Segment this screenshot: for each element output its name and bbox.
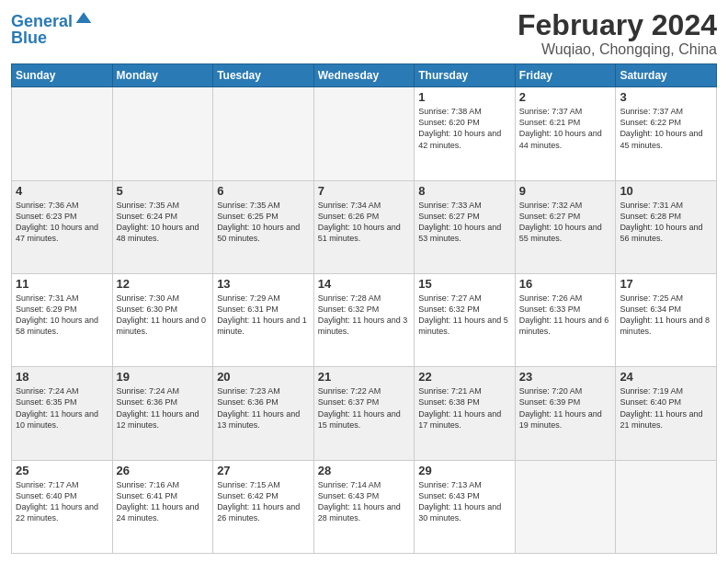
table-row: 15Sunrise: 7:27 AM Sunset: 6:32 PM Dayli… — [415, 273, 516, 366]
header-friday: Friday — [515, 64, 616, 87]
day-number: 19 — [117, 370, 210, 384]
day-number: 21 — [318, 370, 411, 384]
table-row: 7Sunrise: 7:34 AM Sunset: 6:26 PM Daylig… — [313, 180, 415, 273]
day-number: 7 — [318, 184, 411, 198]
day-number: 24 — [620, 370, 712, 384]
day-number: 9 — [519, 184, 612, 198]
day-number: 4 — [16, 184, 108, 198]
table-row: 13Sunrise: 7:29 AM Sunset: 6:31 PM Dayli… — [213, 273, 314, 366]
day-info: Sunrise: 7:25 AM Sunset: 6:34 PM Dayligh… — [620, 293, 712, 338]
day-number: 14 — [318, 277, 411, 291]
table-row: 19Sunrise: 7:24 AM Sunset: 6:36 PM Dayli… — [112, 367, 213, 460]
day-info: Sunrise: 7:23 AM Sunset: 6:36 PM Dayligh… — [217, 385, 310, 431]
table-row: 2Sunrise: 7:37 AM Sunset: 6:21 PM Daylig… — [515, 87, 616, 180]
table-row: 8Sunrise: 7:33 AM Sunset: 6:27 PM Daylig… — [415, 180, 516, 273]
table-row — [515, 460, 616, 553]
day-info: Sunrise: 7:28 AM Sunset: 6:32 PM Dayligh… — [318, 293, 411, 338]
day-number: 23 — [519, 370, 612, 384]
table-row: 17Sunrise: 7:25 AM Sunset: 6:34 PM Dayli… — [616, 273, 717, 366]
table-row: 9Sunrise: 7:32 AM Sunset: 6:27 PM Daylig… — [515, 180, 616, 273]
day-info: Sunrise: 7:22 AM Sunset: 6:37 PM Dayligh… — [318, 385, 411, 431]
table-row — [313, 87, 415, 180]
day-info: Sunrise: 7:14 AM Sunset: 6:43 PM Dayligh… — [318, 479, 411, 524]
day-info: Sunrise: 7:17 AM Sunset: 6:40 PM Dayligh… — [16, 479, 108, 524]
day-info: Sunrise: 7:35 AM Sunset: 6:24 PM Dayligh… — [117, 200, 210, 245]
day-info: Sunrise: 7:30 AM Sunset: 6:30 PM Dayligh… — [117, 293, 210, 338]
calendar-row: 1Sunrise: 7:38 AM Sunset: 6:20 PM Daylig… — [12, 87, 717, 180]
day-number: 3 — [620, 90, 712, 104]
day-number: 20 — [217, 370, 310, 384]
table-row: 14Sunrise: 7:28 AM Sunset: 6:32 PM Dayli… — [313, 273, 415, 366]
day-info: Sunrise: 7:29 AM Sunset: 6:31 PM Dayligh… — [217, 293, 310, 338]
header-saturday: Saturday — [616, 64, 717, 87]
day-number: 18 — [16, 370, 108, 384]
table-row: 1Sunrise: 7:38 AM Sunset: 6:20 PM Daylig… — [415, 87, 516, 180]
day-info: Sunrise: 7:15 AM Sunset: 6:42 PM Dayligh… — [217, 479, 310, 524]
day-info: Sunrise: 7:13 AM Sunset: 6:43 PM Dayligh… — [418, 479, 511, 524]
day-number: 6 — [217, 184, 310, 198]
table-row: 28Sunrise: 7:14 AM Sunset: 6:43 PM Dayli… — [313, 460, 415, 553]
day-info: Sunrise: 7:20 AM Sunset: 6:39 PM Dayligh… — [519, 385, 612, 431]
table-row: 16Sunrise: 7:26 AM Sunset: 6:33 PM Dayli… — [515, 273, 616, 366]
calendar-table: Sunday Monday Tuesday Wednesday Thursday… — [11, 63, 717, 554]
table-row: 5Sunrise: 7:35 AM Sunset: 6:24 PM Daylig… — [112, 180, 213, 273]
day-number: 28 — [318, 464, 411, 477]
day-number: 25 — [16, 464, 108, 477]
table-row: 24Sunrise: 7:19 AM Sunset: 6:40 PM Dayli… — [616, 367, 717, 460]
day-number: 29 — [418, 464, 511, 477]
table-row: 18Sunrise: 7:24 AM Sunset: 6:35 PM Dayli… — [12, 367, 113, 460]
table-row: 21Sunrise: 7:22 AM Sunset: 6:37 PM Dayli… — [313, 367, 415, 460]
day-info: Sunrise: 7:31 AM Sunset: 6:29 PM Dayligh… — [16, 293, 108, 338]
day-info: Sunrise: 7:27 AM Sunset: 6:32 PM Dayligh… — [418, 293, 511, 338]
table-row: 10Sunrise: 7:31 AM Sunset: 6:28 PM Dayli… — [616, 180, 717, 273]
day-info: Sunrise: 7:32 AM Sunset: 6:27 PM Dayligh… — [519, 200, 612, 245]
table-row: 29Sunrise: 7:13 AM Sunset: 6:43 PM Dayli… — [415, 460, 516, 553]
table-row — [616, 460, 717, 553]
header-monday: Monday — [112, 64, 213, 87]
header-tuesday: Tuesday — [213, 64, 314, 87]
header-wednesday: Wednesday — [313, 64, 415, 87]
title-block: February 2024 Wuqiao, Chongqing, China — [518, 9, 717, 58]
day-info: Sunrise: 7:37 AM Sunset: 6:21 PM Dayligh… — [519, 106, 612, 151]
day-number: 15 — [418, 277, 511, 291]
day-info: Sunrise: 7:38 AM Sunset: 6:20 PM Dayligh… — [418, 106, 511, 151]
day-info: Sunrise: 7:24 AM Sunset: 6:36 PM Dayligh… — [117, 385, 210, 431]
day-info: Sunrise: 7:34 AM Sunset: 6:26 PM Dayligh… — [318, 200, 411, 245]
day-info: Sunrise: 7:21 AM Sunset: 6:38 PM Dayligh… — [418, 385, 511, 431]
day-info: Sunrise: 7:35 AM Sunset: 6:25 PM Dayligh… — [217, 200, 310, 245]
day-number: 2 — [519, 90, 612, 104]
logo-icon — [74, 9, 93, 28]
table-row: 22Sunrise: 7:21 AM Sunset: 6:38 PM Dayli… — [415, 367, 516, 460]
day-number: 26 — [117, 464, 210, 477]
table-row: 20Sunrise: 7:23 AM Sunset: 6:36 PM Dayli… — [213, 367, 314, 460]
table-row: 11Sunrise: 7:31 AM Sunset: 6:29 PM Dayli… — [12, 273, 113, 366]
calendar-row: 11Sunrise: 7:31 AM Sunset: 6:29 PM Dayli… — [12, 273, 717, 366]
table-row: 3Sunrise: 7:37 AM Sunset: 6:22 PM Daylig… — [616, 87, 717, 180]
table-row: 4Sunrise: 7:36 AM Sunset: 6:23 PM Daylig… — [12, 180, 113, 273]
table-row — [12, 87, 113, 180]
calendar-row: 4Sunrise: 7:36 AM Sunset: 6:23 PM Daylig… — [12, 180, 717, 273]
table-row: 6Sunrise: 7:35 AM Sunset: 6:25 PM Daylig… — [213, 180, 314, 273]
table-row: 25Sunrise: 7:17 AM Sunset: 6:40 PM Dayli… — [12, 460, 113, 553]
day-info: Sunrise: 7:26 AM Sunset: 6:33 PM Dayligh… — [519, 293, 612, 338]
day-number: 8 — [418, 184, 511, 198]
day-number: 22 — [418, 370, 511, 384]
day-info: Sunrise: 7:37 AM Sunset: 6:22 PM Dayligh… — [620, 106, 712, 151]
header-sunday: Sunday — [12, 64, 113, 87]
table-row — [213, 87, 314, 180]
weekday-header-row: Sunday Monday Tuesday Wednesday Thursday… — [12, 64, 717, 87]
calendar-title: February 2024 — [518, 9, 717, 41]
calendar-row: 25Sunrise: 7:17 AM Sunset: 6:40 PM Dayli… — [12, 460, 717, 553]
logo: General Blue — [11, 13, 93, 48]
day-info: Sunrise: 7:31 AM Sunset: 6:28 PM Dayligh… — [620, 200, 712, 245]
calendar-row: 18Sunrise: 7:24 AM Sunset: 6:35 PM Dayli… — [12, 367, 717, 460]
header-thursday: Thursday — [415, 64, 516, 87]
logo-text-blue: Blue — [11, 29, 93, 48]
day-info: Sunrise: 7:19 AM Sunset: 6:40 PM Dayligh… — [620, 385, 712, 431]
day-info: Sunrise: 7:33 AM Sunset: 6:27 PM Dayligh… — [418, 200, 511, 245]
svg-marker-0 — [76, 12, 92, 23]
day-number: 12 — [117, 277, 210, 291]
day-info: Sunrise: 7:36 AM Sunset: 6:23 PM Dayligh… — [16, 200, 108, 245]
header: General Blue February 2024 Wuqiao, Chong… — [11, 9, 717, 58]
table-row: 26Sunrise: 7:16 AM Sunset: 6:41 PM Dayli… — [112, 460, 213, 553]
